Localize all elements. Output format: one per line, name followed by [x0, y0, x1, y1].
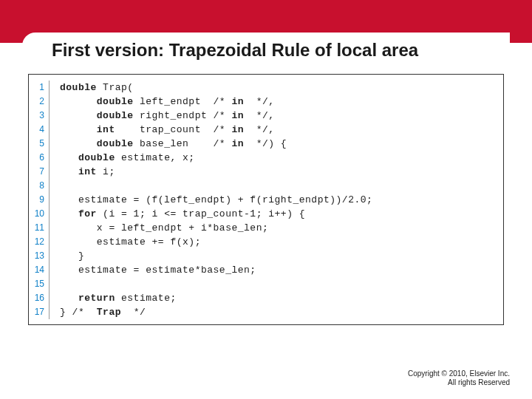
line-number: 4: [29, 123, 50, 137]
code-text: } /* Trap */: [60, 305, 146, 319]
line-number: 7: [29, 165, 50, 179]
line-number: 10: [29, 207, 50, 221]
code-line: 17} /* Trap */: [29, 305, 503, 319]
code-line: 9 estimate = (f(left_endpt) + f(right_en…: [29, 193, 503, 207]
code-line: 14 estimate = estimate*base_len;: [29, 263, 503, 277]
code-line: 6 double estimate, x;: [29, 151, 503, 165]
code-line: 5 double base_len /* in */) {: [29, 137, 503, 151]
code-text: }: [60, 249, 84, 263]
code-text: double base_len /* in */) {: [60, 137, 287, 151]
code-line: 2 double left_endpt /* in */,: [29, 95, 503, 109]
code-line: 13 }: [29, 249, 503, 263]
code-line: 10 for (i = 1; i <= trap_count-1; i++) {: [29, 207, 503, 221]
code-line: 4 int trap_count /* in */,: [29, 123, 503, 137]
code-text: return estimate;: [60, 291, 177, 305]
code-text: double estimate, x;: [60, 151, 195, 165]
code-text: estimate = (f(left_endpt) + f(right_endp…: [60, 193, 372, 207]
code-text: double left_endpt /* in */,: [60, 95, 275, 109]
line-number: 6: [29, 151, 50, 165]
code-line: 1double Trap(: [29, 81, 503, 95]
code-line: 16 return estimate;: [29, 291, 503, 305]
line-number: 11: [29, 221, 50, 235]
line-number: 12: [29, 235, 50, 249]
code-listing: 1double Trap(2 double left_endpt /* in *…: [28, 74, 504, 325]
header-banner: [0, 0, 532, 43]
code-text: x = left_endpt + i*base_len;: [60, 221, 268, 235]
line-number: 15: [29, 277, 50, 291]
line-number: 14: [29, 263, 50, 277]
code-line: 7 int i;: [29, 165, 503, 179]
code-text: int i;: [60, 165, 115, 179]
line-number: 2: [29, 95, 50, 109]
code-text: for (i = 1; i <= trap_count-1; i++) {: [60, 207, 305, 221]
line-number: 1: [29, 81, 50, 95]
code-text: int trap_count /* in */,: [60, 123, 275, 137]
line-number: 9: [29, 193, 50, 207]
slide-title: First version: Trapezoidal Rule of local…: [52, 40, 418, 61]
code-line: 3 double right_endpt /* in */,: [29, 109, 503, 123]
line-number: 5: [29, 137, 50, 151]
code-line: 12 estimate += f(x);: [29, 235, 503, 249]
line-number: 3: [29, 109, 50, 123]
line-number: 17: [29, 305, 50, 319]
line-number: 13: [29, 249, 50, 263]
code-line: 15: [29, 277, 503, 291]
code-text: double right_endpt /* in */,: [60, 109, 275, 123]
copyright-line1: Copyright © 2010, Elsevier Inc.: [408, 369, 510, 378]
code-line: 11 x = left_endpt + i*base_len;: [29, 221, 503, 235]
line-number: 8: [29, 179, 50, 193]
copyright-footer: Copyright © 2010, Elsevier Inc. All righ…: [408, 369, 510, 387]
code-text: estimate += f(x);: [60, 235, 201, 249]
code-line: 8: [29, 179, 503, 193]
code-text: double Trap(: [60, 81, 134, 95]
line-number: 16: [29, 291, 50, 305]
code-text: estimate = estimate*base_len;: [60, 263, 256, 277]
copyright-line2: All rights Reserved: [408, 378, 510, 387]
